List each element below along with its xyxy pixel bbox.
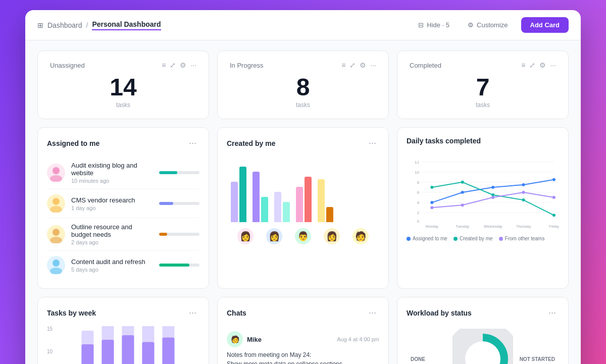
hide-button[interactable]: ⊟ Hide · 5 [413, 18, 454, 32]
chart-bar [239, 167, 246, 222]
task-item[interactable]: Audit existing blog and website 10 minut… [47, 157, 199, 189]
customize-label: Customize [477, 21, 508, 29]
week-more-button[interactable]: ··· [186, 306, 199, 319]
task-avatar [47, 256, 65, 274]
legend-dot-other [499, 237, 503, 241]
chat-user: 🧑 Mike [227, 331, 262, 347]
y-label-10: 10 [47, 349, 53, 354]
legend-dot-assigned [407, 237, 411, 241]
task-progress [159, 264, 199, 267]
assigned-to-me-card: Assigned to me ··· Audit existing blog a… [37, 127, 209, 289]
stat-label-completed: tasks [410, 101, 556, 109]
chart-legend: Assigned to me Created by me From other … [407, 236, 559, 241]
line-chart: 11 10 8 6 4 2 0 [407, 152, 559, 233]
more-icon[interactable]: ··· [190, 61, 196, 69]
svg-text:2: 2 [417, 211, 420, 215]
svg-point-25 [552, 178, 556, 181]
week-bar-fill [142, 342, 155, 365]
week-y-labels: 15 10 5 [47, 326, 55, 364]
task-name: Outline resource and budget needs [71, 223, 153, 238]
created-more-button[interactable]: ··· [366, 137, 379, 149]
expand-icon[interactable]: ⤢ [170, 61, 176, 69]
stat-number-inprogress: 8 [230, 75, 376, 99]
chats-card-title: Chats [227, 309, 246, 317]
created-by-me-card: Created by me ··· 👩👩👨👩🧑 [217, 127, 389, 289]
workload-card-title: Workload by status [407, 309, 472, 317]
daily-card-title: Daily tasks completed [407, 137, 481, 145]
gear-icon-2[interactable]: ⚙ [360, 61, 366, 69]
svg-point-33 [491, 196, 494, 199]
more-icon-3[interactable]: ··· [550, 61, 556, 69]
svg-point-31 [430, 206, 433, 209]
week-bar-fill [163, 338, 175, 365]
chats-card: Chats ··· 🧑 Mike Aug 4 at 4:00 pm Notes … [217, 297, 389, 364]
svg-point-4 [53, 229, 60, 236]
task-time: 10 minutes ago [71, 178, 153, 184]
svg-text:4: 4 [417, 200, 420, 205]
expand-icon-3[interactable]: ⤢ [529, 61, 535, 69]
chat-message-line2: Show more meta data on collapse sections [227, 359, 379, 364]
created-card-header: Created by me ··· [227, 137, 379, 149]
chat-username: Mike [247, 336, 262, 343]
stat-label-inprogress: tasks [230, 101, 376, 109]
top-bar: ⊞ Dashboard / Personal Dashboard ⊟ Hide … [25, 10, 581, 40]
progress-fill [159, 171, 177, 174]
task-info: Audit existing blog and website 10 minut… [71, 162, 153, 184]
gear-icon[interactable]: ⚙ [180, 61, 186, 69]
chart-bar [231, 182, 238, 222]
chart-bar-group [274, 192, 290, 222]
workload-more-button[interactable]: ··· [545, 306, 559, 319]
chart-bar [318, 179, 325, 222]
svg-text:Wednesday: Wednesday [484, 225, 502, 229]
task-name: CMS vendor research [71, 196, 153, 204]
svg-text:0: 0 [417, 219, 420, 224]
filter-icon-2[interactable]: ≡ [341, 61, 345, 69]
stat-card-completed: Completed ≡ ⤢ ⚙ ··· 7 tasks [397, 50, 569, 119]
task-time: 5 days ago [71, 267, 153, 273]
task-item[interactable]: Outline resource and budget needs 2 days… [47, 218, 199, 251]
dashboard-icon: ⊞ [37, 21, 43, 29]
task-avatar [47, 225, 65, 243]
svg-text:Monday: Monday [426, 225, 438, 229]
customize-button[interactable]: ⚙ Customize [463, 18, 513, 32]
week-bar-fill [82, 344, 94, 364]
chat-message-line1: Notes from meeting on May 24: [227, 350, 379, 359]
expand-icon-2[interactable]: ⤢ [349, 61, 356, 69]
chat-time: Aug 4 at 4:00 pm [337, 336, 379, 342]
chats-more-button[interactable]: ··· [366, 306, 379, 319]
created-avatar: 👨 [295, 228, 311, 244]
task-time: 2 days ago [71, 239, 153, 245]
svg-point-22 [461, 191, 464, 194]
more-icon-2[interactable]: ··· [370, 61, 376, 69]
pie-label-done: DONE [411, 356, 425, 362]
breadcrumb-parent[interactable]: Dashboard [47, 21, 82, 29]
created-avatar: 👩 [237, 228, 254, 244]
svg-point-34 [522, 191, 525, 194]
filter-icon[interactable]: ≡ [162, 61, 166, 69]
y-label-15: 15 [47, 326, 53, 332]
breadcrumb-current: Personal Dashboard [92, 20, 161, 30]
filter-icon-3[interactable]: ≡ [521, 61, 525, 69]
svg-point-7 [50, 268, 62, 274]
svg-point-6 [53, 259, 60, 267]
svg-point-26 [430, 186, 433, 189]
svg-text:Tuesday: Tuesday [456, 225, 469, 229]
add-card-button[interactable]: Add Card [521, 17, 569, 33]
assigned-more-button[interactable]: ··· [186, 137, 199, 149]
svg-point-29 [522, 198, 525, 201]
task-avatar [47, 164, 65, 182]
created-avatar: 🧑 [352, 228, 369, 244]
week-chart-svg [57, 326, 199, 364]
gear-icon-3[interactable]: ⚙ [539, 61, 546, 69]
week-bar-fill [102, 340, 114, 364]
workload-card-header: Workload by status ··· [407, 306, 559, 319]
legend-label-assigned: Assigned to me [413, 236, 447, 241]
task-item[interactable]: Content audit and refresh 5 days ago [47, 251, 199, 279]
task-item[interactable]: CMS vendor research 1 day ago [47, 189, 199, 218]
bottom-row: Tasks by week ··· 15 10 5 Chats ··· [37, 297, 569, 364]
legend-label-created: Created by me [460, 236, 493, 241]
stat-card-actions-2: ≡ ⤢ ⚙ ··· [341, 61, 376, 69]
assigned-card-title: Assigned to me [47, 139, 99, 147]
stat-number-completed: 7 [410, 75, 556, 99]
chart-bar [252, 172, 260, 222]
